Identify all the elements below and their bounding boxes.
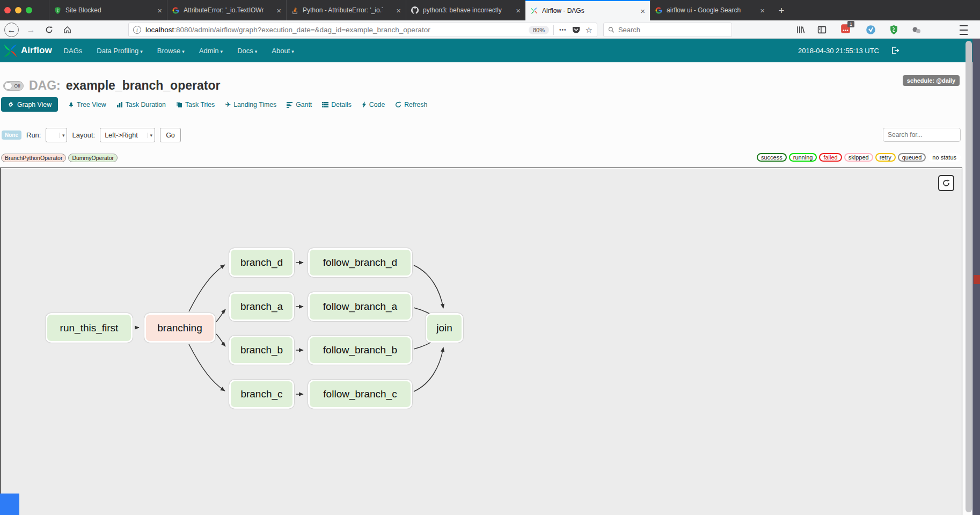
- status-legend: success running failed skipped retry que…: [757, 153, 961, 162]
- task-node-run-this-first[interactable]: run_this_first: [46, 313, 133, 343]
- close-icon[interactable]: ×: [396, 6, 401, 14]
- run-select[interactable]: ▾: [46, 128, 67, 142]
- nav-item-data-profiling[interactable]: Data Profiling▾: [97, 47, 143, 55]
- tab-tree-view[interactable]: Tree View: [68, 101, 106, 108]
- tab-title: Airflow - DAGs: [542, 7, 584, 14]
- airflow-menu: DAGs Data Profiling▾ Browse▾ Admin▾ Docs…: [64, 47, 294, 55]
- url-text[interactable]: localhost:8080/admin/airflow/graph?execu…: [145, 26, 524, 34]
- tab-title: AttributeError: '_io.TextIOWrapp: [184, 6, 264, 14]
- traffic-light-zoom[interactable]: [26, 7, 32, 13]
- task-node-branch-d[interactable]: branch_d: [229, 248, 294, 277]
- bookmark-star-icon[interactable]: ☆: [586, 25, 593, 35]
- adblock-extension-button[interactable]: 1: [840, 23, 851, 37]
- graph-refresh-button[interactable]: [938, 175, 954, 191]
- nav-item-about[interactable]: About▾: [272, 47, 294, 55]
- bar-chart-icon: [116, 101, 123, 108]
- chevron-down-icon: ▾: [148, 133, 153, 138]
- tab-airflow-dags[interactable]: Airflow - DAGs ×: [525, 0, 650, 20]
- library-button[interactable]: [796, 23, 805, 37]
- stackoverflow-icon: [291, 7, 298, 14]
- view-buttons-row: Graph View Tree View Task Duration Task …: [1, 97, 427, 112]
- controls-row: None Run: ▾ Layout: Left->Right▾ Go: [2, 128, 181, 142]
- go-button[interactable]: Go: [160, 128, 181, 142]
- reload-button[interactable]: [42, 23, 56, 37]
- layout-select[interactable]: Left->Right▾: [100, 128, 155, 142]
- task-node-branch-a[interactable]: branch_a: [229, 292, 294, 321]
- task-node-follow-branch-c[interactable]: follow_branch_c: [308, 380, 412, 409]
- dagrun-state-badge: None: [2, 130, 21, 140]
- search-icon: [608, 26, 615, 33]
- tab-code[interactable]: Code: [362, 101, 385, 108]
- chevron-down-icon: ▾: [140, 49, 143, 54]
- nav-item-dags[interactable]: DAGs: [64, 47, 83, 55]
- task-node-branch-b[interactable]: branch_b: [229, 336, 294, 365]
- toggle-label: Off: [14, 83, 20, 89]
- sidebar-toggle-button[interactable]: [817, 23, 827, 37]
- dag-edges: [1, 168, 962, 515]
- tab-python3-github[interactable]: python3: behave incorrectly mo ×: [406, 0, 525, 20]
- tab-details[interactable]: Details: [322, 101, 352, 108]
- home-button[interactable]: [60, 23, 75, 37]
- task-node-follow-branch-d[interactable]: follow_branch_d: [308, 248, 412, 277]
- traffic-light-minimize[interactable]: [15, 7, 21, 13]
- tab-site-blocked[interactable]: Site Blocked ×: [49, 0, 167, 20]
- task-search-input[interactable]: [883, 128, 961, 142]
- nav-item-admin[interactable]: Admin▾: [199, 47, 223, 55]
- tab-python-stackoverflow[interactable]: Python - AttributeError: '_io.Te ×: [286, 0, 406, 20]
- script-shield-extension-button[interactable]: [889, 23, 898, 37]
- browser-window: Site Blocked × AttributeError: '_io.Text…: [0, 0, 980, 515]
- browser-search-bar[interactable]: [603, 23, 732, 37]
- task-node-join[interactable]: join: [426, 313, 463, 343]
- task-node-follow-branch-b[interactable]: follow_branch_b: [308, 336, 412, 365]
- graph-view-icon: [8, 101, 14, 108]
- grey-spheres-extension-button[interactable]: [911, 23, 922, 37]
- close-icon[interactable]: ×: [516, 6, 521, 14]
- menu-hamburger-button[interactable]: [960, 23, 968, 37]
- close-icon[interactable]: ×: [640, 7, 645, 15]
- close-icon[interactable]: ×: [276, 6, 281, 14]
- task-node-branching[interactable]: branching: [144, 313, 215, 343]
- tab-task-tries[interactable]: Task Tries: [176, 101, 215, 108]
- close-icon[interactable]: ×: [760, 6, 765, 14]
- zoom-level-badge[interactable]: 80%: [529, 26, 549, 34]
- search-input[interactable]: [618, 26, 727, 34]
- github-icon: [411, 6, 419, 14]
- page-scrollbar[interactable]: [966, 41, 972, 512]
- traffic-light-close[interactable]: [4, 7, 11, 13]
- legend-running: running: [789, 153, 817, 162]
- tab-graph-view[interactable]: Graph View: [1, 97, 58, 112]
- page-actions-icon[interactable]: •••: [559, 27, 567, 33]
- schedule-badge: schedule: @daily: [903, 75, 960, 86]
- dag-pause-toggle[interactable]: Off: [3, 81, 24, 91]
- refresh-icon: [942, 179, 950, 187]
- dag-graph-canvas[interactable]: run_this_first branching branch_d follow…: [0, 168, 962, 515]
- utc-clock: 2018-04-30 21:55:13 UTC: [798, 47, 879, 55]
- url-bar[interactable]: i localhost:8080/admin/airflow/graph?exe…: [128, 23, 597, 37]
- tab-task-duration[interactable]: Task Duration: [116, 101, 166, 108]
- task-node-follow-branch-a[interactable]: follow_branch_a: [308, 292, 412, 321]
- plane-icon: ✈: [225, 100, 231, 108]
- nav-item-docs[interactable]: Docs▾: [237, 47, 257, 55]
- new-tab-button[interactable]: +: [774, 4, 788, 17]
- legend-queued: queued: [898, 153, 926, 162]
- tab-airflow-ui-search[interactable]: airflow ui - Google Search ×: [650, 0, 770, 20]
- close-icon[interactable]: ×: [157, 6, 162, 14]
- refresh-link[interactable]: Refresh: [395, 101, 427, 108]
- desktop-corner-square: [0, 494, 19, 515]
- blue-extension-button[interactable]: [866, 23, 876, 37]
- tab-landing-times[interactable]: ✈ Landing Times: [225, 100, 276, 108]
- nav-item-browse[interactable]: Browse▾: [157, 47, 185, 55]
- dag-title-name: example_branch_operator: [66, 78, 221, 93]
- extension-badge: 1: [847, 21, 854, 27]
- back-button[interactable]: ←: [4, 23, 19, 37]
- divider: [553, 25, 554, 35]
- task-node-branch-c[interactable]: branch_c: [229, 380, 294, 409]
- tab-gantt[interactable]: Gantt: [287, 101, 312, 108]
- chevron-down-icon: ▾: [291, 49, 294, 54]
- tab-attributeerror-google[interactable]: AttributeError: '_io.TextIOWrapp ×: [167, 0, 286, 20]
- pocket-icon[interactable]: [572, 26, 580, 34]
- chevron-down-icon: ▾: [60, 133, 65, 138]
- site-info-icon[interactable]: i: [133, 26, 141, 34]
- airflow-brand[interactable]: Airflow: [21, 45, 52, 56]
- logout-icon[interactable]: [891, 46, 899, 55]
